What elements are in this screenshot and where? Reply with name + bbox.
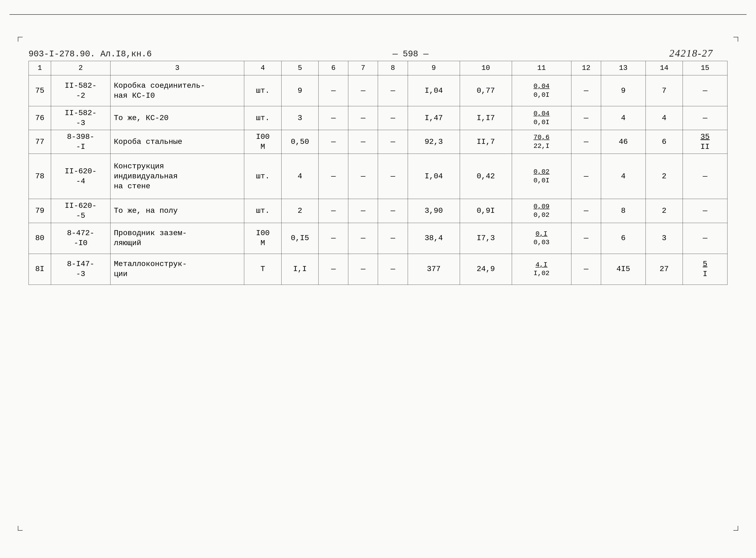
table-cell: 79 (29, 199, 51, 223)
table-cell: 4I5 (601, 254, 646, 285)
table-cell: — (683, 75, 728, 106)
table-cell: 75 (29, 75, 51, 106)
table-cell: — (571, 254, 601, 285)
table-cell: — (571, 75, 601, 106)
table-row: 808-472--I0Проводник зазем-ляющийI00М0,I… (29, 223, 728, 254)
table-cell: I00М (244, 130, 281, 154)
table-cell: — (378, 75, 408, 106)
col-header-10: 10 (460, 61, 512, 75)
table-cell: 4 (281, 154, 318, 199)
col-header-14: 14 (646, 61, 682, 75)
corner-mark-tr (733, 37, 738, 42)
table-cell: — (571, 130, 601, 154)
table-cell: — (378, 199, 408, 223)
page-marker: — 598 — (152, 49, 669, 59)
table-cell: 377 (408, 254, 460, 285)
table-cell: — (571, 223, 601, 254)
table-cell: — (348, 130, 378, 154)
col-header-9: 9 (408, 61, 460, 75)
top-border-line (9, 14, 747, 15)
col-header-4: 4 (244, 61, 281, 75)
table-cell: 0,I0,03 (512, 223, 571, 254)
table-cell: 8-472--I0 (51, 223, 110, 254)
col-header-15: 15 (683, 61, 728, 75)
table-cell: 4,II,02 (512, 254, 571, 285)
table-cell: 77 (29, 130, 51, 154)
table-cell: 2 (646, 199, 682, 223)
table-cell: 2 (281, 199, 318, 223)
table-cell: — (378, 154, 408, 199)
corner-mark-br (733, 526, 738, 531)
table-cell: II-620--4 (51, 154, 110, 199)
table-cell: 70,622,I (512, 130, 571, 154)
table-cell: шт. (244, 199, 281, 223)
table-cell: 46 (601, 130, 646, 154)
table-cell: 0,040,0I (512, 106, 571, 130)
col-header-8: 8 (378, 61, 408, 75)
table-cell: 6 (601, 223, 646, 254)
table-cell: шт. (244, 106, 281, 130)
col-header-6: 6 (319, 61, 348, 75)
col-header-1: 1 (29, 61, 51, 75)
table-cell: I,47 (408, 106, 460, 130)
main-content: 903-I-278.90. Ал.I8,кн.6 — 598 — 24218-2… (28, 48, 728, 285)
table-cell: — (348, 106, 378, 130)
table-cell: То же, на полу (110, 199, 244, 223)
table-cell: 27 (646, 254, 682, 285)
table-cell: II-582--3 (51, 106, 110, 130)
table-cell: Конструкцияиндивидуальнаяна стене (110, 154, 244, 199)
table-row: 76II-582--3То же, КС-20шт.3———I,47I,I70,… (29, 106, 728, 130)
table-cell: — (319, 106, 348, 130)
table-cell: 8-I47--3 (51, 254, 110, 285)
table-cell: 0,020,0I (512, 154, 571, 199)
table-cell: — (319, 199, 348, 223)
table-cell: II-582--2 (51, 75, 110, 106)
corner-mark-tl (18, 37, 23, 42)
table-cell: То же, КС-20 (110, 106, 244, 130)
col-header-13: 13 (601, 61, 646, 75)
table-cell: I00М (244, 223, 281, 254)
table-cell: I7,3 (460, 223, 512, 254)
table-cell: 3 (646, 223, 682, 254)
table-cell: 4 (646, 106, 682, 130)
col-header-7: 7 (348, 61, 378, 75)
table-cell: Короба стальные (110, 130, 244, 154)
col-header-3: 3 (110, 61, 244, 75)
table-cell: Металлоконструк-ции (110, 254, 244, 285)
col-header-12: 12 (571, 61, 601, 75)
table-cell: — (319, 75, 348, 106)
corner-mark-bl (18, 526, 23, 531)
table-cell: — (319, 154, 348, 199)
table-cell: — (348, 199, 378, 223)
table-cell: 0,50 (281, 130, 318, 154)
table-row: 75II-582--2Коробка соединитель-ная КС-I0… (29, 75, 728, 106)
table-cell: I,04 (408, 75, 460, 106)
table-row: 778-398--IКороба стальныеI00М0,50———92,3… (29, 130, 728, 154)
table-cell: 0,I5 (281, 223, 318, 254)
table-cell: — (348, 75, 378, 106)
table-cell: II-620--5 (51, 199, 110, 223)
table-cell: 80 (29, 223, 51, 254)
table-cell: Коробка соединитель-ная КС-I0 (110, 75, 244, 106)
table-cell: — (571, 154, 601, 199)
table-row: 79II-620--5То же, на полушт.2———3,900,9I… (29, 199, 728, 223)
table-cell: 0,77 (460, 75, 512, 106)
table-cell: 0,42 (460, 154, 512, 199)
doc-ref: 903-I-278.90. Ал.I8,кн.6 (28, 49, 152, 59)
table-cell: 24,9 (460, 254, 512, 285)
table-cell: — (319, 223, 348, 254)
table-cell: — (348, 154, 378, 199)
table-cell: I,I (281, 254, 318, 285)
table-cell: I,04 (408, 154, 460, 199)
table-cell: 0,090,02 (512, 199, 571, 223)
table-cell: 4 (601, 154, 646, 199)
table-cell: — (571, 106, 601, 130)
table-cell: 2 (646, 154, 682, 199)
table-cell: 0,040,0I (512, 75, 571, 106)
table-cell: 8I (29, 254, 51, 285)
col-header-5: 5 (281, 61, 318, 75)
table-cell: 38,4 (408, 223, 460, 254)
main-table: 1 2 3 4 5 6 7 8 9 10 11 12 13 14 15 (28, 61, 728, 285)
table-cell: шт. (244, 75, 281, 106)
table-cell: — (348, 254, 378, 285)
